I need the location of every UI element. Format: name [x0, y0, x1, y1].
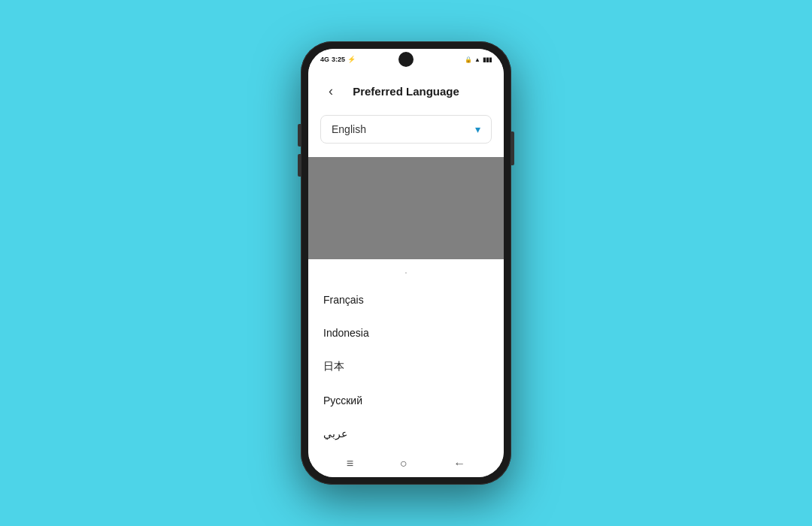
battery-icon: ▮▮▮	[483, 56, 492, 63]
lightning-icon: ⚡	[347, 56, 356, 63]
wifi-icon: ▲	[474, 56, 480, 63]
top-section: ‹ Preferred Language English ▾	[308, 70, 504, 157]
phone-device: 4G 3:25 ⚡ 🔒 ▲ ▮▮▮ ‹ Preferred Language	[301, 41, 511, 485]
status-bar-right: 🔒 ▲ ▮▮▮	[465, 56, 492, 63]
language-item-indonesia[interactable]: Indonesia	[308, 316, 504, 349]
language-item-arabic[interactable]: عربي	[308, 417, 504, 450]
home-nav-button[interactable]: ○	[400, 457, 408, 470]
power-button[interactable]	[511, 132, 514, 165]
sheet-handle: ·	[308, 265, 504, 283]
page-title: Preferred Language	[341, 85, 471, 98]
phone-screen: 4G 3:25 ⚡ 🔒 ▲ ▮▮▮ ‹ Preferred Language	[308, 49, 504, 477]
chevron-down-icon: ▾	[475, 123, 480, 135]
volume-up-button[interactable]	[298, 124, 301, 147]
back-icon: ‹	[329, 83, 333, 99]
selected-language-text: English	[332, 123, 366, 135]
volume-down-button[interactable]	[298, 154, 301, 177]
menu-nav-button[interactable]: ≡	[347, 457, 353, 470]
dimmed-overlay	[308, 157, 504, 259]
front-camera	[398, 52, 414, 67]
language-item-russian[interactable]: Русский	[308, 384, 504, 417]
navigation-bar: ≡ ○ ←	[308, 450, 504, 477]
signal-icon: 4G	[320, 56, 329, 63]
status-bar-left: 4G 3:25 ⚡	[320, 56, 356, 63]
language-item-japanese[interactable]: 日本	[308, 349, 504, 384]
language-dropdown[interactable]: English ▾	[320, 115, 492, 144]
back-nav-button[interactable]: ←	[453, 457, 465, 470]
status-bar: 4G 3:25 ⚡ 🔒 ▲ ▮▮▮	[308, 49, 504, 70]
page-header: ‹ Preferred Language	[308, 70, 504, 109]
app-content: ‹ Preferred Language English ▾ · Françai…	[308, 70, 504, 450]
language-item-francais[interactable]: Français	[308, 283, 504, 316]
time-display: 3:25	[332, 56, 345, 63]
language-bottom-sheet: · Français Indonesia 日本 Русский عربي	[308, 259, 504, 450]
back-button[interactable]: ‹	[320, 80, 341, 101]
language-list: Français Indonesia 日本 Русский عربي	[308, 283, 504, 450]
lock-icon: 🔒	[465, 56, 472, 63]
